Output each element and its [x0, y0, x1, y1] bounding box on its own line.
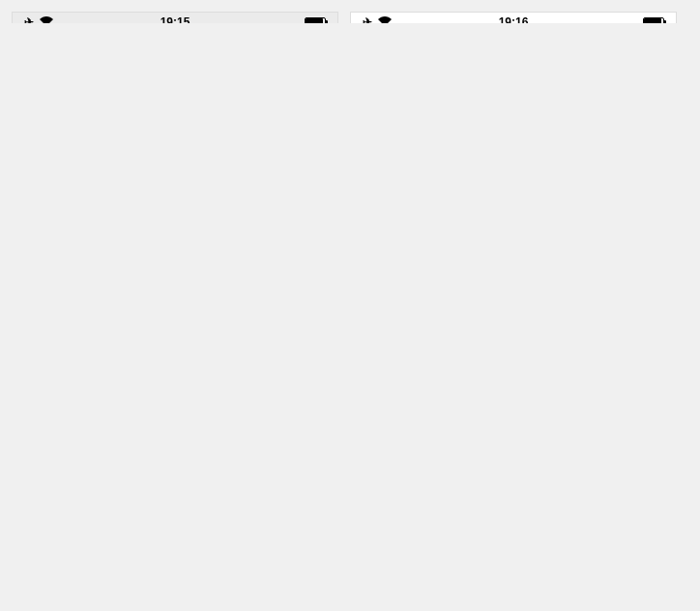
status-bar: ✈ 19:16 [351, 13, 676, 23]
phone-right: ✈ 19:16 Настройки хранения Удалите с уст… [350, 12, 677, 23]
dialog-overlay: Удалить 2 014 файлов, чтобы освободить м… [13, 13, 337, 23]
wifi-icon [378, 15, 392, 23]
phone-left: ✈ 19:15 Настройки хранения Удалите с уст… [12, 12, 338, 23]
status-time: 19:16 [499, 15, 529, 23]
airplane-icon: ✈ [363, 15, 372, 23]
battery-icon [643, 17, 664, 24]
